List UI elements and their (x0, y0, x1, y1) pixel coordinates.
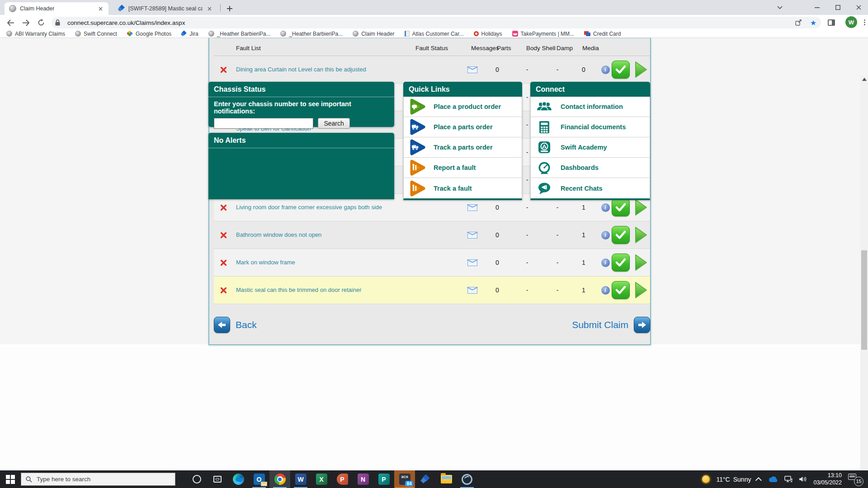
info-icon[interactable]: i (599, 286, 612, 295)
window-close-button[interactable] (849, 0, 868, 15)
reload-icon[interactable] (34, 16, 48, 29)
back-label[interactable]: Back (236, 319, 257, 330)
link-place-parts-order[interactable]: Place a parts order (404, 117, 522, 137)
taskbar-search[interactable]: Type here to search (21, 473, 175, 486)
open-fault-chevron-icon[interactable] (633, 253, 650, 272)
chassis-search-button[interactable]: Search (318, 118, 349, 129)
approve-fault-button[interactable] (612, 226, 633, 244)
fault-link[interactable]: Dining area Curtain not Level can this b… (233, 66, 404, 74)
submit-claim-button[interactable]: Submit Claim (572, 317, 650, 333)
fault-link[interactable]: Mastic seal can this be trimmed on door … (233, 286, 404, 294)
onenote-button[interactable]: N (353, 470, 373, 488)
bookmark-star-icon[interactable]: ★ (810, 19, 816, 27)
tab-search-chevron-icon[interactable] (770, 0, 789, 15)
approve-fault-button[interactable] (612, 198, 633, 216)
forward-nav-icon[interactable] (19, 16, 33, 29)
cortana-button[interactable] (186, 470, 207, 488)
info-icon[interactable]: i (599, 231, 612, 239)
outlook-button[interactable]: O (249, 470, 269, 488)
side-panel-icon[interactable] (825, 16, 838, 29)
delete-fault-icon[interactable] (214, 66, 233, 73)
onedrive-icon[interactable] (768, 476, 778, 483)
open-fault-chevron-icon[interactable] (633, 198, 650, 216)
info-icon[interactable]: i (599, 66, 612, 74)
start-button[interactable] (0, 470, 21, 488)
bookmark-item[interactable]: Jira (181, 31, 198, 37)
submit-claim-label[interactable]: Submit Claim (572, 319, 628, 330)
profile-avatar[interactable]: W (845, 16, 857, 28)
vertical-scrollbar[interactable] (860, 76, 868, 488)
bookmark-item[interactable]: Atlas Customer Car... (405, 31, 464, 37)
link-swift-academy[interactable]: Swift Academy (531, 137, 650, 158)
approve-fault-button[interactable] (612, 281, 633, 299)
share-icon[interactable] (795, 19, 802, 26)
link-track-a-fault[interactable]: Track a fault (404, 178, 522, 198)
message-icon[interactable] (458, 287, 487, 294)
tab-claim-header[interactable]: Claim Header (5, 2, 108, 15)
delete-fault-icon[interactable] (214, 204, 233, 211)
bookmark-item[interactable]: Credit Card (584, 31, 621, 37)
bookmark-item[interactable]: _Heather BarbieriPa... (208, 31, 271, 37)
new-tab-button[interactable] (225, 4, 235, 14)
tray-overflow-chevron-icon[interactable] (755, 477, 762, 483)
message-icon[interactable] (458, 66, 487, 73)
link-contact-information[interactable]: Contact information (531, 97, 650, 117)
message-icon[interactable] (458, 204, 487, 211)
tab-jira[interactable]: [SWIFT-28589] Mastic seal can th (114, 2, 217, 15)
file-explorer-button[interactable] (436, 470, 457, 488)
address-bar[interactable]: connect.supercare.co.uk/Claims/index.asp… (52, 17, 821, 28)
scroll-up-arrow-icon[interactable] (862, 78, 867, 81)
word-button[interactable]: W (290, 470, 311, 488)
jira-button[interactable] (415, 470, 436, 488)
url-text[interactable]: connect.supercare.co.uk/Claims/index.asp… (67, 19, 792, 26)
volume-icon[interactable] (799, 476, 807, 483)
weather-text[interactable]: 11°C Sunny (716, 476, 751, 483)
info-icon[interactable]: i (599, 203, 612, 212)
bookmark-item[interactable]: Claim Header (353, 31, 394, 37)
back-button[interactable]: Back (214, 317, 257, 333)
task-view-button[interactable] (207, 470, 228, 488)
excel-button[interactable]: X (311, 470, 332, 488)
browser-menu-icon[interactable] (863, 19, 865, 27)
fault-link[interactable]: Bathroom window does not open (233, 231, 404, 239)
link-report-a-fault[interactable]: Report a fault (404, 158, 522, 178)
weather-sun-icon[interactable] (702, 475, 710, 483)
link-place-product-order[interactable]: Place a product order (404, 97, 522, 117)
fault-link[interactable]: Living room door frame corner excessive … (233, 203, 404, 211)
tab-close-icon[interactable] (206, 5, 212, 12)
message-icon[interactable] (458, 259, 487, 266)
circular-app-button[interactable] (457, 470, 477, 488)
network-icon[interactable] (784, 476, 793, 483)
approve-fault-button[interactable] (612, 61, 633, 79)
open-fault-chevron-icon[interactable] (633, 281, 650, 299)
approve-fault-button[interactable] (612, 253, 633, 272)
action-center-button[interactable]: 15 (848, 474, 863, 485)
back-nav-icon[interactable] (4, 16, 17, 29)
window-minimize-button[interactable] (807, 0, 826, 15)
edge-button[interactable] (228, 470, 249, 488)
link-financial-documents[interactable]: Financial documents (531, 117, 650, 137)
bookmark-item[interactable]: Holidays (474, 31, 502, 37)
3cx-button[interactable]: 3CX84 (394, 470, 415, 488)
chassis-number-input[interactable] (214, 118, 313, 129)
fault-link[interactable]: Mark on window frame (233, 258, 404, 267)
chrome-button[interactable] (269, 470, 290, 488)
info-icon[interactable]: i (599, 258, 612, 267)
open-fault-chevron-icon[interactable] (633, 226, 650, 244)
clock[interactable]: 13:10 03/05/2022 (813, 472, 842, 486)
link-recent-chats[interactable]: Recent Chats (531, 178, 650, 198)
publisher-button[interactable]: P (373, 470, 394, 488)
bookmark-item[interactable]: TakePayments | MM... (512, 31, 574, 37)
bookmark-item[interactable]: _Heather BarbieriPa... (280, 31, 343, 37)
delete-fault-icon[interactable] (214, 287, 233, 294)
link-track-parts-order[interactable]: Track a parts order (404, 137, 522, 158)
tab-close-icon[interactable] (97, 5, 104, 12)
powerpoint-button[interactable]: P (332, 470, 353, 488)
open-fault-chevron-icon[interactable] (633, 61, 650, 79)
bookmark-item[interactable]: Swift Connect (75, 31, 117, 37)
link-dashboards[interactable]: Dashboards (531, 158, 650, 178)
delete-fault-icon[interactable] (214, 232, 233, 239)
bookmark-item[interactable]: ABI Warranty Claims (6, 31, 65, 37)
window-maximize-button[interactable] (828, 0, 847, 15)
delete-fault-icon[interactable] (214, 259, 233, 266)
